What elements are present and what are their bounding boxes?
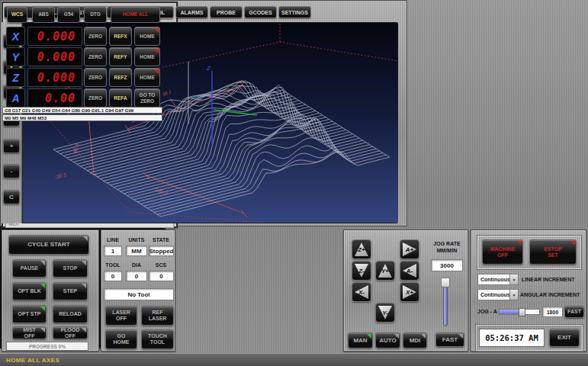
status-message: HOME ALL AXES xyxy=(6,357,59,364)
dro-value-x: 0.000 xyxy=(27,27,82,46)
tab-probe[interactable]: PROBE xyxy=(210,6,243,18)
zero-a-button[interactable]: ZERO xyxy=(84,88,107,108)
reload-button[interactable]: RELOAD xyxy=(53,305,88,323)
clear-view-button[interactable]: C xyxy=(3,190,20,204)
cnc-application: { "gcode_panel": { "title": "3D_Chips.ng… xyxy=(0,0,588,366)
cycle-start-button[interactable]: CYCLE START xyxy=(8,235,89,255)
home-y-button[interactable]: HOME xyxy=(134,47,160,66)
angular-increment-value: Continuous xyxy=(480,292,510,297)
slider-handle[interactable] xyxy=(519,308,525,316)
line-value: 1 xyxy=(104,246,122,256)
dro-value-a: 0.00 xyxy=(27,88,82,108)
scs-value: 0 xyxy=(149,271,174,281)
jog-rate-value[interactable]: 3000 xyxy=(431,259,463,271)
step-button[interactable]: STEP xyxy=(53,282,88,300)
dia-value: 0 xyxy=(126,271,147,281)
zero-y-button[interactable]: ZERO xyxy=(84,47,107,66)
zoom-out-button[interactable]: - xyxy=(3,164,20,178)
stop-button[interactable]: STOP xyxy=(53,259,88,278)
jog-rate-slider[interactable] xyxy=(442,279,449,326)
go-to-zero-button[interactable]: GO TO ZERO xyxy=(134,88,160,108)
exit-button[interactable]: EXIT xyxy=(549,329,580,347)
tab-gcodes[interactable]: GCODES xyxy=(244,6,277,18)
zero-x-button[interactable]: ZERO xyxy=(84,27,107,46)
jog-a-value[interactable]: 1800 xyxy=(542,307,563,317)
jog-panel: Z+ A+ Z- Y+ A- X- X+ Y- JOG RATE MM/MIN … xyxy=(343,230,468,352)
touch-tool-button[interactable]: TOUCH TOOL xyxy=(141,329,174,349)
progress-bar: PROGRESS 0% xyxy=(6,342,88,351)
status-bar: HOME ALL AXES xyxy=(0,353,588,366)
jog-z-minus-button[interactable]: Z- xyxy=(352,261,371,281)
axis-letter-z: Z xyxy=(6,68,25,87)
slider-fill xyxy=(500,310,520,314)
pause-button[interactable]: PAUSE xyxy=(12,259,47,278)
go-home-button[interactable]: GO HOME xyxy=(105,329,137,349)
units-label: UNITS xyxy=(126,237,147,243)
chevron-down-icon[interactable]: ▼ xyxy=(509,290,518,300)
active-gcodes: G8 G17 G21 G40 G49 G54 G64 G80 G90 G91.1… xyxy=(2,107,162,114)
linear-increment-value: Continuous xyxy=(480,277,510,282)
optional-block-button[interactable]: OPT BLK xyxy=(12,282,47,300)
man-mode-button[interactable]: MAN xyxy=(348,332,373,348)
optional-stop-button[interactable]: OPT STP xyxy=(12,305,47,323)
tool-description: No Tool xyxy=(104,288,174,300)
jog-x-minus-button[interactable]: X- xyxy=(352,282,371,302)
dro-value-z: 0.000 xyxy=(27,68,82,87)
ref-a-button[interactable]: REFA xyxy=(109,88,132,108)
linear-increment-label: LINEAR INCREMENT xyxy=(522,277,584,283)
home-z-button[interactable]: HOME xyxy=(134,68,160,87)
jog-a-label: JOG - A xyxy=(477,309,499,315)
active-mcodes: M0 M5 M9 M48 M53 xyxy=(2,114,162,121)
jog-y-plus-button[interactable]: Y+ xyxy=(375,261,395,281)
abs-button[interactable]: ABS xyxy=(32,6,55,23)
jog-z-plus-button[interactable]: Z+ xyxy=(352,239,371,259)
tool-label: TOOL xyxy=(104,262,121,268)
state-label: STATE xyxy=(149,237,173,243)
home-all-button[interactable]: HOME ALL xyxy=(111,6,160,23)
run-control-panel: CYCLE START PAUSE STOP OPT BLK STEP OPT … xyxy=(2,230,99,352)
axis-letter-a: A xyxy=(6,88,25,108)
angular-increment-select[interactable]: Continuous ▼ xyxy=(477,289,519,300)
scs-label: SCS xyxy=(149,262,173,268)
ref-y-button[interactable]: REFY xyxy=(109,47,132,66)
ref-x-button[interactable]: REFX xyxy=(109,27,132,46)
jog-rate-label: JOG RATE MM/MIN xyxy=(428,240,466,254)
laser-button[interactable]: LASER OFF xyxy=(105,306,137,326)
slider-handle[interactable] xyxy=(441,278,450,287)
machine-misc-panel: MACHINE OFF ESTOP SET Continuous ▼ LINEA… xyxy=(471,230,586,352)
ref-laser-button[interactable]: REF LASER xyxy=(141,306,174,326)
zero-z-button[interactable]: ZERO xyxy=(84,68,107,87)
dtg-button[interactable]: DTG xyxy=(84,6,107,23)
jog-a-plus-button[interactable]: A+ xyxy=(400,239,419,259)
g54-button[interactable]: G54 xyxy=(57,6,80,23)
chevron-down-icon[interactable]: ▼ xyxy=(509,274,518,284)
tab-settings[interactable]: SETTINGS xyxy=(278,6,311,18)
auto-mode-button[interactable]: AUTO xyxy=(375,332,400,348)
clock-display: 05:26:37 AM xyxy=(479,329,545,347)
dro-value-y: 0.000 xyxy=(27,47,82,66)
dia-label: DIA xyxy=(126,262,147,268)
machine-status-panel: LINE UNITS STATE 1 MM Stopped TOOL DIA S… xyxy=(101,230,175,352)
machine-off-button[interactable]: MACHINE OFF xyxy=(482,239,523,265)
jog-x-plus-button[interactable]: X+ xyxy=(400,282,419,302)
mist-button[interactable]: MIST OFF xyxy=(12,326,47,339)
tab-alarms[interactable]: ALARMS xyxy=(175,6,208,18)
axis-letter-x: X xyxy=(6,27,25,46)
line-label: LINE xyxy=(104,237,121,243)
axis-letter-y: Y xyxy=(6,47,25,66)
jog-a-fast-button[interactable]: FAST xyxy=(564,306,584,318)
jog-a-minus-button[interactable]: A- xyxy=(400,261,419,281)
wcs-dropdown-button[interactable]: WCS xyxy=(7,6,27,23)
jog-fast-button[interactable]: FAST xyxy=(435,332,464,347)
mdi-mode-button[interactable]: MDI xyxy=(403,332,427,348)
jog-a-slider[interactable] xyxy=(499,309,540,315)
linear-increment-select[interactable]: Continuous ▼ xyxy=(477,274,519,285)
state-value: Stopped xyxy=(149,246,174,256)
zoom-in-button[interactable]: + xyxy=(3,139,20,153)
home-x-button[interactable]: HOME xyxy=(134,27,160,46)
units-value: MM xyxy=(126,246,147,256)
ref-z-button[interactable]: REFZ xyxy=(109,68,132,87)
estop-set-button[interactable]: ESTOP SET xyxy=(529,239,577,265)
jog-y-minus-button[interactable]: Y- xyxy=(375,303,395,323)
flood-button[interactable]: FLOOD OFF xyxy=(53,326,88,339)
